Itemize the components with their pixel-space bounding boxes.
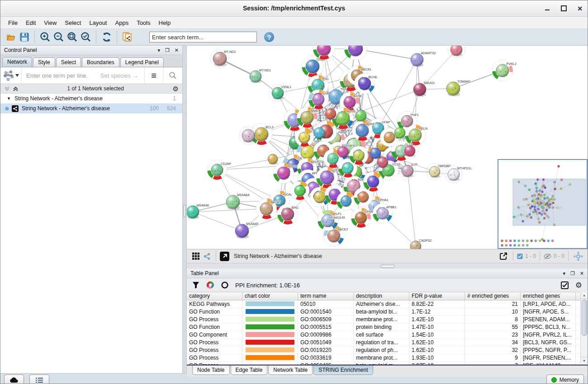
table-row[interactable]: GO ProcessGO:0019220regulation of ph...1… bbox=[187, 347, 588, 354]
export-network-button[interactable] bbox=[498, 250, 509, 262]
svg-text:PRNP: PRNP bbox=[338, 131, 347, 134]
select-checkbox-icon[interactable] bbox=[561, 281, 569, 289]
cloud-tasks-button[interactable] bbox=[4, 375, 24, 384]
column-header[interactable]: description bbox=[354, 292, 409, 300]
network-collection-label: String Network - Alzheimer's disease bbox=[14, 95, 103, 102]
cell-gene-count: 9 bbox=[465, 354, 521, 361]
network-collection-row[interactable]: ▼ String Network - Alzheimer's disease 1 bbox=[0, 94, 182, 103]
menu-layout[interactable]: Layout bbox=[85, 18, 111, 28]
chart-donut-icon[interactable] bbox=[206, 281, 214, 289]
string-query-placeholder[interactable]: Enter one term per line. bbox=[26, 72, 88, 79]
zoom-fit-button[interactable] bbox=[66, 30, 79, 44]
menu-tools[interactable]: Tools bbox=[133, 18, 154, 28]
scroll-up-icon[interactable]: ▲ bbox=[581, 292, 588, 299]
panel-float-icon[interactable]: ❐ bbox=[570, 271, 575, 276]
network-from-file-button[interactable] bbox=[121, 30, 134, 44]
splitter-handle[interactable] bbox=[183, 205, 186, 217]
tab-style[interactable]: Style bbox=[33, 57, 55, 67]
svg-text:RELN: RELN bbox=[419, 127, 427, 130]
splitter-handle[interactable] bbox=[380, 265, 395, 268]
cell-gene-count: 10 bbox=[465, 308, 521, 315]
refresh-button[interactable] bbox=[100, 30, 114, 44]
zoom-selected-button[interactable] bbox=[79, 30, 93, 44]
table-row[interactable]: GO ProcessGO:0033619membrane prot...1.93… bbox=[187, 354, 588, 362]
column-header[interactable]: FDR p-value bbox=[409, 292, 465, 300]
save-session-button[interactable] bbox=[18, 30, 31, 44]
column-header[interactable]: term name bbox=[298, 292, 354, 300]
expand-all-icon[interactable] bbox=[13, 86, 19, 92]
string-search-bar: STRING Enter one term per line. Set spec… bbox=[0, 67, 182, 84]
tab-select[interactable]: Select bbox=[56, 57, 81, 67]
table-row[interactable]: GO ComponentGO:0009986cell surface1.54E-… bbox=[187, 331, 588, 339]
menu-help[interactable]: Help bbox=[155, 18, 175, 28]
birdseye-toggle-button[interactable] bbox=[201, 251, 212, 262]
gear-icon[interactable]: ⚙ bbox=[173, 85, 179, 92]
panel-splitter[interactable] bbox=[182, 46, 187, 373]
cell-description: cell surface bbox=[354, 331, 409, 338]
table-row[interactable]: GO FunctionGO:0001540beta-amyloid bi...1… bbox=[187, 308, 588, 316]
cell-term-name: GO:0050435 bbox=[298, 362, 354, 365]
cell-gene-count: 7 bbox=[465, 362, 521, 365]
horizontal-splitter[interactable] bbox=[187, 263, 588, 269]
detach-view-button[interactable] bbox=[220, 252, 229, 261]
tab-network-table[interactable]: Network Table bbox=[268, 365, 313, 375]
collapse-all-icon[interactable] bbox=[4, 86, 10, 92]
memory-button[interactable]: Memory bbox=[546, 375, 584, 384]
panel-float-icon[interactable]: ❐ bbox=[165, 47, 170, 53]
scroll-down-icon[interactable]: ▼ bbox=[581, 357, 588, 364]
panel-menu-caret-icon[interactable]: ▾ bbox=[563, 271, 565, 276]
menu-view[interactable]: View bbox=[40, 18, 61, 28]
table-row[interactable]: GO ProcessGO:0050435beta-amyloid m...2.0… bbox=[187, 362, 588, 365]
panel-menu-caret-icon[interactable]: ▾ bbox=[157, 47, 160, 53]
menu-file[interactable]: File bbox=[4, 18, 22, 28]
tab-network[interactable]: Network bbox=[2, 57, 32, 67]
set-species-link[interactable]: Set species → bbox=[100, 72, 138, 79]
column-header[interactable]: chart color bbox=[242, 292, 298, 300]
open-session-button[interactable] bbox=[4, 30, 18, 44]
tab-node-table[interactable]: Node Table bbox=[192, 365, 230, 375]
help-button[interactable]: ? bbox=[264, 32, 274, 42]
tab-boundaries[interactable]: Boundaries bbox=[82, 57, 119, 67]
table-row[interactable]: KEGG Pathways05010Alzheimer's dise...8.8… bbox=[187, 300, 588, 308]
panel-close-icon[interactable]: ✕ bbox=[580, 271, 584, 276]
birdseye-view[interactable] bbox=[498, 159, 588, 249]
column-header[interactable]: # enriched genes bbox=[465, 292, 521, 300]
tab-legend-panel[interactable]: Legend Panel bbox=[120, 57, 164, 67]
column-header[interactable]: enriched genes bbox=[521, 292, 576, 300]
table-scrollbar[interactable]: ▲ ▼ bbox=[580, 292, 588, 364]
settings-gear-icon[interactable]: ⚙ bbox=[575, 281, 582, 289]
zoom-out-button[interactable] bbox=[52, 30, 66, 44]
string-logo-dropdown[interactable]: STRING bbox=[0, 67, 22, 84]
scroll-thumb[interactable] bbox=[582, 300, 587, 336]
filter-icon[interactable] bbox=[192, 281, 199, 289]
close-button[interactable]: ✕ bbox=[577, 5, 583, 12]
network-row[interactable]: String Network - Alzheimer's disease 100… bbox=[0, 103, 182, 113]
tab-edge-table[interactable]: Edge Table bbox=[231, 365, 268, 375]
selected-checkbox-icon bbox=[517, 253, 523, 259]
table-row[interactable]: GO FunctionGO:0005515protein binding1.47… bbox=[187, 323, 588, 331]
tree-expander-icon[interactable]: ▼ bbox=[0, 96, 11, 101]
pan-mode-button[interactable] bbox=[572, 250, 584, 262]
toolbar-separator bbox=[117, 31, 118, 43]
app-window: Session: /tmp/enrichmentTest.cys ✕ FileE… bbox=[0, 0, 588, 384]
minimize-button[interactable] bbox=[544, 5, 550, 12]
string-search-button[interactable] bbox=[163, 71, 182, 80]
menu-apps[interactable]: Apps bbox=[111, 18, 133, 28]
string-network-icon bbox=[12, 105, 19, 112]
table-row[interactable]: GO ProcessGO:0051049regulation of tra...… bbox=[187, 339, 588, 347]
panel-close-icon[interactable]: ✕ bbox=[175, 47, 179, 53]
grid-view-button[interactable] bbox=[190, 251, 201, 262]
tab-string-enrichment[interactable]: STRING Enrichment bbox=[313, 365, 373, 375]
maximize-button[interactable] bbox=[560, 5, 567, 12]
ring-chart-icon[interactable] bbox=[221, 281, 228, 289]
task-history-button[interactable] bbox=[29, 375, 49, 384]
table-row[interactable]: GO ProcessGO:0006509membrane prot...1.42… bbox=[187, 316, 588, 323]
menu-select[interactable]: Select bbox=[61, 18, 85, 28]
network-canvas[interactable]: MT-ND2MT-ND1VSNL1GAB2ADAMTS2SMUG1TOMM40P… bbox=[187, 46, 588, 249]
menu-edit[interactable]: Edit bbox=[22, 18, 40, 28]
search-input[interactable] bbox=[149, 32, 257, 42]
cell-term-name: GO:0005515 bbox=[298, 323, 354, 331]
string-options-menu-icon[interactable]: ≡ bbox=[145, 70, 163, 81]
column-header[interactable]: category bbox=[187, 292, 242, 300]
zoom-in-button[interactable] bbox=[38, 30, 52, 44]
